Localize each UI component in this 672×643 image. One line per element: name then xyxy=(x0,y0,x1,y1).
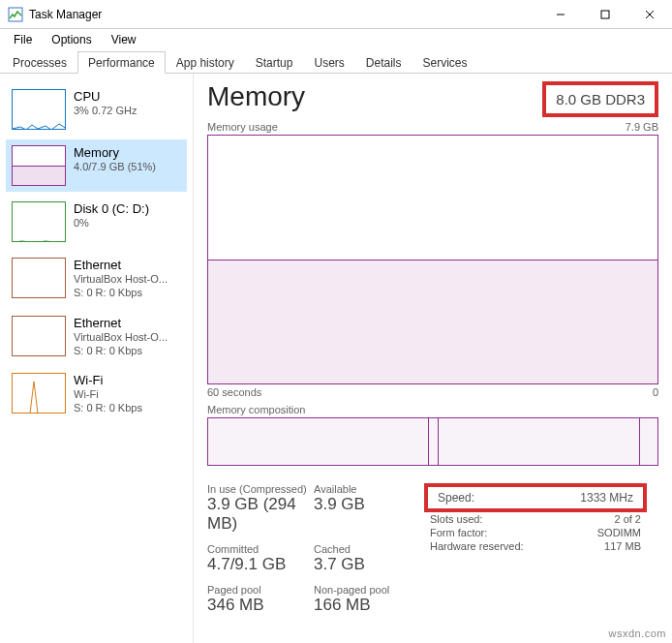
usage-chart-max: 7.9 GB xyxy=(626,121,658,133)
eth1-mini-chart xyxy=(12,258,66,298)
form-row: Form factor: SODIMM xyxy=(424,526,647,539)
disk-stat: 0% xyxy=(74,216,149,230)
menu-options[interactable]: Options xyxy=(42,31,101,48)
reserved-value: 117 MB xyxy=(604,540,641,552)
available-value: 3.9 GB xyxy=(314,495,420,514)
memory-label: Memory xyxy=(74,145,156,160)
window-title: Task Manager xyxy=(29,8,538,21)
form-label: Form factor: xyxy=(430,527,487,538)
maximize-button[interactable] xyxy=(583,0,627,29)
committed-value: 4.7/9.1 GB xyxy=(207,555,314,574)
eth1-stat1: VirtualBox Host-O... xyxy=(74,272,168,286)
sidebar-item-ethernet-1[interactable]: Ethernet VirtualBox Host-O... S: 0 R: 0 … xyxy=(6,252,187,306)
watermark: wsxdn.com xyxy=(608,628,666,639)
tab-performance[interactable]: Performance xyxy=(77,51,166,74)
taskmgr-icon xyxy=(8,7,23,22)
menu-file[interactable]: File xyxy=(4,31,42,48)
eth2-label: Ethernet xyxy=(74,316,168,330)
inuse-value: 3.9 GB (294 MB) xyxy=(207,495,314,534)
form-value: SODIMM xyxy=(597,527,641,538)
eth2-stat1: VirtualBox Host-O... xyxy=(74,330,168,344)
wifi-mini-chart xyxy=(12,373,66,413)
memory-stat: 4.0/7.9 GB (51%) xyxy=(74,160,156,173)
paged-label: Paged pool xyxy=(207,584,314,596)
performance-sidebar: CPU 3% 0.72 GHz Memory 4.0/7.9 GB (51%) … xyxy=(0,74,194,643)
memory-mini-chart xyxy=(12,145,66,186)
nonpaged-label: Non-paged pool xyxy=(314,584,420,596)
usage-chart-label: Memory usage xyxy=(207,121,278,133)
disk-mini-chart xyxy=(12,201,66,242)
wifi-label: Wi-Fi xyxy=(74,373,142,387)
nonpaged-value: 166 MB xyxy=(314,596,420,615)
tab-bar: Processes Performance App history Startu… xyxy=(0,50,672,74)
sidebar-item-cpu[interactable]: CPU 3% 0.72 GHz xyxy=(6,83,187,136)
eth2-stat2: S: 0 R: 0 Kbps xyxy=(74,344,168,357)
slots-row: Slots used: 2 of 2 xyxy=(424,512,647,526)
slots-label: Slots used: xyxy=(430,513,482,525)
wifi-stat2: S: 0 R: 0 Kbps xyxy=(74,401,142,414)
paged-value: 346 MB xyxy=(207,596,314,615)
eth1-label: Ethernet xyxy=(74,258,168,272)
cpu-mini-chart xyxy=(12,89,66,130)
memory-usage-chart xyxy=(207,135,658,384)
reserved-row: Hardware reserved: 117 MB xyxy=(424,539,647,553)
axis-right: 0 xyxy=(653,386,658,398)
wifi-stat1: Wi-Fi xyxy=(74,387,142,401)
memory-capacity: 8.0 GB DDR3 xyxy=(542,81,658,117)
axis-left: 60 seconds xyxy=(207,386,261,398)
committed-label: Committed xyxy=(207,543,314,555)
minimize-button[interactable] xyxy=(538,0,583,29)
eth2-mini-chart xyxy=(12,316,66,356)
tab-services[interactable]: Services xyxy=(412,51,478,73)
tab-details[interactable]: Details xyxy=(355,51,412,73)
page-title: Memory xyxy=(207,81,305,112)
menu-view[interactable]: View xyxy=(102,31,146,48)
cpu-stat: 3% 0.72 GHz xyxy=(74,104,137,117)
inuse-label: In use (Compressed) xyxy=(207,483,314,495)
sidebar-item-ethernet-2[interactable]: Ethernet VirtualBox Host-O... S: 0 R: 0 … xyxy=(6,310,187,364)
sidebar-item-wifi[interactable]: Wi-Fi Wi-Fi S: 0 R: 0 Kbps xyxy=(6,367,187,421)
slots-value: 2 of 2 xyxy=(614,513,641,525)
cached-label: Cached xyxy=(314,543,420,555)
memory-detail-panel: Memory 8.0 GB DDR3 Memory usage 7.9 GB 6… xyxy=(194,74,672,643)
memory-composition-chart xyxy=(207,417,658,466)
svg-rect-2 xyxy=(601,11,609,18)
cpu-label: CPU xyxy=(74,89,137,104)
tab-users[interactable]: Users xyxy=(303,51,354,73)
speed-label: Speed: xyxy=(438,491,474,505)
eth1-stat2: S: 0 R: 0 Kbps xyxy=(74,286,168,299)
window-titlebar: Task Manager xyxy=(0,0,672,29)
speed-row: Speed: 1333 MHz xyxy=(424,483,647,512)
tab-startup[interactable]: Startup xyxy=(245,51,304,73)
speed-value: 1333 MHz xyxy=(580,491,633,505)
tab-app-history[interactable]: App history xyxy=(166,51,245,73)
available-label: Available xyxy=(314,483,420,495)
reserved-label: Hardware reserved: xyxy=(430,540,524,552)
cached-value: 3.7 GB xyxy=(314,555,420,574)
close-button[interactable] xyxy=(627,0,672,29)
sidebar-item-disk[interactable]: Disk 0 (C: D:) 0% xyxy=(6,196,187,248)
disk-label: Disk 0 (C: D:) xyxy=(74,201,149,216)
tab-processes[interactable]: Processes xyxy=(2,51,77,73)
composition-label: Memory composition xyxy=(207,404,305,415)
sidebar-item-memory[interactable]: Memory 4.0/7.9 GB (51%) xyxy=(6,139,187,192)
menubar: File Options View xyxy=(0,29,672,50)
